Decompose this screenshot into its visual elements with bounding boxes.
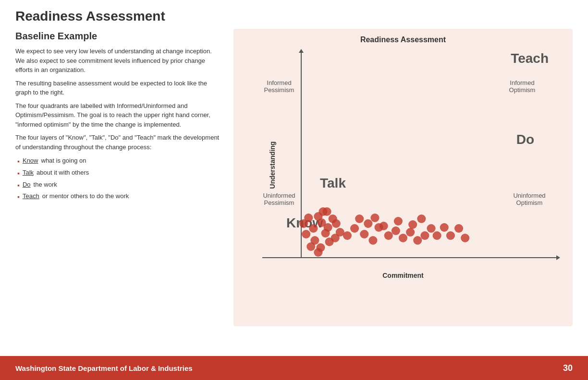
svg-point-0 [309, 224, 318, 233]
svg-point-27 [406, 228, 415, 237]
teach-rest: or mentor others to do the work [42, 191, 129, 202]
svg-point-31 [364, 219, 372, 228]
svg-point-22 [368, 236, 377, 245]
svg-point-30 [355, 214, 364, 223]
svg-point-33 [380, 222, 388, 230]
teach-label: Teach [23, 191, 39, 202]
page-title: Readiness Assessment [0, 0, 588, 29]
svg-point-35 [408, 220, 417, 229]
svg-point-7 [324, 223, 332, 232]
main-content: Baseline Example We expect to see very l… [0, 29, 588, 326]
svg-point-17 [314, 248, 322, 257]
svg-point-29 [420, 231, 429, 240]
do-rest: the work [34, 179, 57, 190]
right-panel: Readiness Assessment Understanding Commi… [233, 29, 573, 326]
footer-bar: Washington State Department of Labor & I… [0, 356, 588, 380]
page-number: 30 [563, 363, 573, 373]
svg-point-18 [322, 207, 331, 216]
svg-point-28 [413, 236, 422, 245]
description-4: The four layers of "Know", "Talk", "Do" … [15, 133, 222, 152]
svg-point-3 [302, 230, 310, 238]
svg-point-37 [427, 224, 435, 233]
description-1: We expect to see very low levels of unde… [15, 47, 222, 75]
svg-point-38 [433, 231, 441, 240]
svg-point-16 [332, 219, 341, 228]
svg-point-6 [306, 242, 315, 251]
bullet-teach: Teach or mentor others to do the work [17, 191, 222, 203]
svg-point-26 [399, 234, 407, 242]
talk-label: Talk [23, 167, 34, 178]
left-panel: Baseline Example We expect to see very l… [15, 29, 222, 326]
svg-point-24 [384, 231, 393, 240]
svg-point-21 [360, 230, 368, 238]
bullet-know: Know what is going on [17, 155, 222, 167]
do-label: Do [23, 179, 31, 190]
footer-text: Washington State Department of Labor & I… [15, 364, 193, 372]
description-3: The four quadrants are labelled with Inf… [15, 101, 222, 130]
know-rest: what is going on [41, 155, 86, 166]
svg-point-13 [325, 238, 334, 246]
baseline-title: Baseline Example [15, 31, 222, 42]
svg-point-42 [461, 234, 469, 242]
bullet-talk: Talk about it with others [17, 167, 222, 179]
svg-point-41 [454, 224, 463, 233]
svg-point-36 [417, 214, 426, 223]
svg-point-39 [440, 223, 449, 232]
svg-point-32 [370, 214, 379, 222]
svg-point-40 [446, 231, 455, 240]
talk-rest: about it with others [37, 167, 89, 178]
svg-point-19 [343, 231, 352, 240]
svg-point-20 [350, 224, 359, 233]
know-label: Know [23, 155, 38, 166]
bullet-list: Know what is going on Talk about it with… [15, 155, 222, 203]
svg-point-25 [392, 226, 400, 235]
scatter-dots [243, 46, 563, 281]
chart-title: Readiness Assessment [243, 36, 563, 44]
description-2: The resulting baseline assessment would … [15, 79, 222, 97]
chart-area: Understanding Commitment Teach Do Talk K… [243, 46, 563, 281]
svg-point-34 [394, 217, 403, 226]
svg-point-14 [304, 214, 313, 222]
bullet-do: Do the work [17, 179, 222, 191]
